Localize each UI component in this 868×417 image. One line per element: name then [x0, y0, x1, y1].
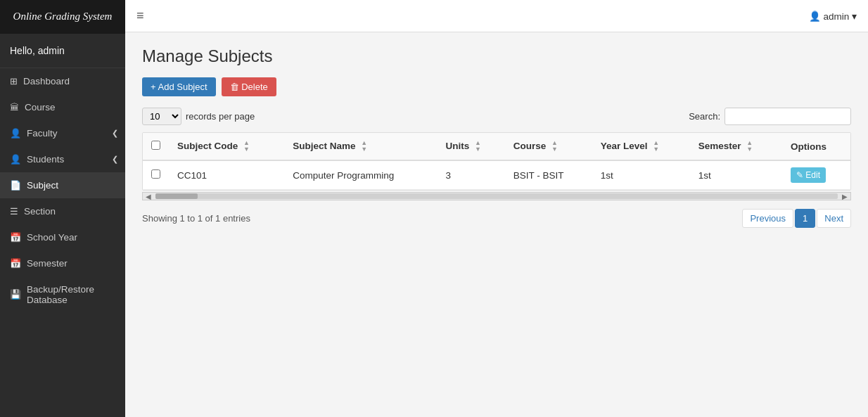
sidebar-item-students[interactable]: 👤 Students ❮: [0, 146, 125, 172]
sidebar-item-label: School Year: [27, 232, 77, 243]
students-arrow-icon: ❮: [112, 155, 118, 164]
page-content: Manage Subjects + Add Subject 🗑 Delete 1…: [125, 32, 868, 417]
dashboard-icon: ⊞: [10, 76, 18, 86]
semester-icon: 📅: [10, 258, 21, 269]
previous-page-button[interactable]: Previous: [742, 209, 793, 228]
showing-entries-text: Showing 1 to 1 of 1 entries: [142, 213, 250, 224]
table-row: CC101 Computer Programming 3 BSIT - BSIT…: [143, 160, 850, 190]
sidebar-item-backup[interactable]: 💾 Backup/Restore Database: [0, 276, 125, 313]
cell-units: 3: [438, 160, 505, 190]
main-content: ≡ 👤 admin ▾ Manage Subjects + Add Subjec…: [125, 0, 868, 417]
sidebar: Online Grading System Hello, admin ⊞ Das…: [0, 0, 125, 417]
user-dropdown-icon: ▾: [852, 11, 857, 22]
records-per-page-control: 10 25 50 100 records per page: [142, 108, 255, 125]
cell-options: ✎ Edit: [782, 160, 850, 190]
topbar: ≡ 👤 admin ▾: [125, 0, 868, 32]
sidebar-item-label: Semester: [27, 258, 68, 269]
search-label: Search:: [689, 111, 720, 122]
students-icon: 👤: [10, 154, 21, 165]
cell-subject-code: CC101: [169, 160, 284, 190]
sidebar-item-course[interactable]: 🏛 Course: [0, 94, 125, 120]
scroll-thumb: [155, 193, 198, 199]
table-header-row: Subject Code ▲▼ Subject Name ▲▼ Units ▲▼: [143, 133, 850, 160]
sidebar-nav: ⊞ Dashboard 🏛 Course 👤 Faculty ❮ 👤 Stude…: [0, 68, 125, 418]
records-per-page-select[interactable]: 10 25 50 100: [142, 108, 181, 125]
search-box: Search:: [689, 108, 851, 125]
sidebar-item-label: Backup/Restore Database: [27, 284, 115, 305]
sidebar-item-label: Faculty: [27, 128, 58, 139]
backup-icon: 💾: [10, 289, 21, 300]
cell-subject-name: Computer Programming: [284, 160, 437, 190]
sidebar-item-label: Students: [27, 154, 64, 165]
sidebar-item-school-year[interactable]: 📅 School Year: [0, 224, 125, 250]
horizontal-scrollbar[interactable]: ◀ ▶: [142, 192, 851, 200]
records-label: records per page: [186, 111, 255, 122]
subjects-table: Subject Code ▲▼ Subject Name ▲▼ Units ▲▼: [143, 133, 850, 190]
scroll-track: [155, 193, 838, 199]
pagination-area: Showing 1 to 1 of 1 entries Previous 1 N…: [142, 209, 851, 228]
select-all-checkbox[interactable]: [151, 141, 160, 150]
scroll-right-icon[interactable]: ▶: [839, 193, 850, 200]
th-semester[interactable]: Semester ▲▼: [690, 133, 782, 160]
row-checkbox-cell: [143, 160, 169, 190]
th-year-level[interactable]: Year Level ▲▼: [592, 133, 690, 160]
sidebar-item-dashboard[interactable]: ⊞ Dashboard: [0, 68, 125, 94]
sidebar-item-faculty[interactable]: 👤 Faculty ❮: [0, 120, 125, 146]
section-icon: ☰: [10, 206, 18, 217]
search-input[interactable]: [725, 108, 851, 125]
th-units[interactable]: Units ▲▼: [438, 133, 505, 160]
th-course[interactable]: Course ▲▼: [505, 133, 592, 160]
sidebar-item-section[interactable]: ☰ Section: [0, 198, 125, 224]
subject-icon: 📄: [10, 180, 21, 191]
add-subject-button[interactable]: + Add Subject: [142, 77, 216, 96]
topbar-user-menu[interactable]: 👤 admin ▾: [809, 11, 857, 22]
th-subject-code[interactable]: Subject Code ▲▼: [169, 133, 284, 160]
topbar-user-label: admin: [823, 11, 849, 22]
cell-semester: 1st: [690, 160, 782, 190]
faculty-arrow-icon: ❮: [112, 129, 118, 138]
th-options: Options: [782, 133, 850, 160]
delete-button[interactable]: 🗑 Delete: [222, 77, 276, 96]
sidebar-item-label: Section: [24, 206, 56, 217]
user-icon: 👤: [809, 11, 821, 22]
scroll-left-icon[interactable]: ◀: [143, 193, 154, 200]
sidebar-item-semester[interactable]: 📅 Semester: [0, 250, 125, 276]
sort-subject-name-icon: ▲▼: [361, 140, 367, 153]
cell-year-level: 1st: [592, 160, 690, 190]
next-page-button[interactable]: Next: [817, 209, 851, 228]
sort-year-level-icon: ▲▼: [653, 140, 659, 153]
th-subject-name[interactable]: Subject Name ▲▼: [284, 133, 437, 160]
sidebar-item-subject[interactable]: 📄 Subject: [0, 172, 125, 198]
page-title: Manage Subjects: [142, 46, 851, 66]
course-icon: 🏛: [10, 102, 19, 113]
row-checkbox[interactable]: [151, 169, 160, 179]
sidebar-item-label: Dashboard: [23, 76, 70, 86]
menu-toggle-button[interactable]: ≡: [136, 8, 144, 23]
sidebar-item-label: Subject: [27, 180, 58, 191]
select-all-header: [143, 133, 169, 160]
faculty-icon: 👤: [10, 128, 21, 139]
table-controls: 10 25 50 100 records per page Search:: [142, 108, 851, 125]
sort-subject-code-icon: ▲▼: [243, 140, 250, 153]
pagination-controls: Previous 1 Next: [742, 209, 851, 228]
sidebar-brand: Online Grading System: [0, 0, 125, 34]
page-1-button[interactable]: 1: [795, 209, 815, 228]
sidebar-item-label: Course: [25, 102, 56, 113]
sidebar-user-greeting: Hello, admin: [0, 34, 125, 68]
edit-button[interactable]: ✎ Edit: [791, 167, 826, 183]
cell-course: BSIT - BSIT: [505, 160, 592, 190]
toolbar: + Add Subject 🗑 Delete: [142, 77, 851, 96]
subjects-table-wrapper: Subject Code ▲▼ Subject Name ▲▼ Units ▲▼: [142, 132, 851, 191]
sort-course-icon: ▲▼: [551, 140, 558, 153]
sort-units-icon: ▲▼: [475, 140, 481, 153]
school-year-icon: 📅: [10, 232, 21, 243]
sort-semester-icon: ▲▼: [746, 140, 753, 153]
